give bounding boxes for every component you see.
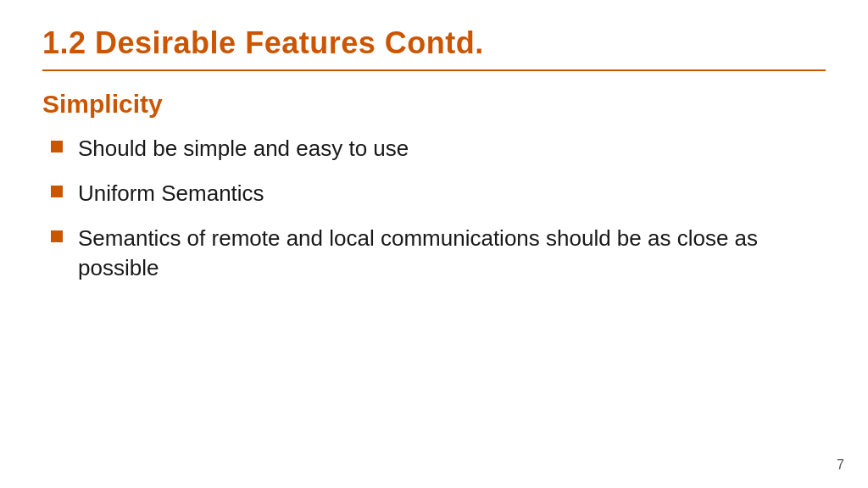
list-item: Uniform Semantics bbox=[51, 179, 826, 208]
bullet-text-2: Uniform Semantics bbox=[78, 179, 826, 208]
slide: 1.2 Desirable Features Contd. Simplicity… bbox=[0, 0, 868, 488]
list-item: Should be simple and easy to use bbox=[51, 134, 826, 164]
bullet-square-icon bbox=[51, 230, 63, 242]
title-divider bbox=[42, 69, 826, 71]
section-heading: Simplicity bbox=[42, 90, 826, 119]
bullet-square-icon bbox=[51, 141, 63, 152]
bullet-text-3: Semantics of remote and local communicat… bbox=[78, 224, 826, 283]
slide-title: 1.2 Desirable Features Contd. bbox=[42, 25, 826, 61]
bullet-text-1: Should be simple and easy to use bbox=[78, 134, 826, 164]
bullet-square-icon bbox=[51, 186, 63, 197]
bullet-list: Should be simple and easy to use Uniform… bbox=[51, 134, 826, 283]
list-item: Semantics of remote and local communicat… bbox=[51, 224, 826, 283]
slide-number: 7 bbox=[837, 458, 844, 473]
